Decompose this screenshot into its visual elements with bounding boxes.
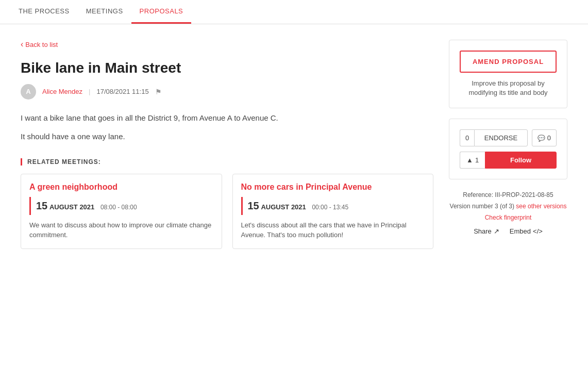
meeting-card-0: A green neighborhood 15 AUGUST 2021 08:0… [21,174,222,249]
related-meetings-label: RELATED MEETINGS: [21,158,433,165]
reference-section: Reference: III-PROP-2021-08-85 Version n… [449,190,567,237]
comment-count-value: 0 [547,134,551,142]
meeting-card-1: No more cars in Principal Avenue 15 AUGU… [232,174,434,249]
share-icon: ↗ [494,225,499,237]
meeting-title-0: A green neighborhood [29,183,213,192]
proposal-meta: A Alice Mendez | 17/08/2021 11:15 ⚑ [21,84,433,100]
share-label: Share [474,225,492,237]
amend-description: Improve this proposal by modifying its t… [460,79,557,97]
meeting-time-0: 08:00 - 08:00 [100,204,137,211]
sidebar: AMEND PROPOSAL Improve this proposal by … [449,40,567,249]
amend-card: AMEND PROPOSAL Improve this proposal by … [449,40,567,108]
nav-item-proposals[interactable]: PROPOSALS [131,0,192,24]
see-other-versions-link[interactable]: see other versions [516,203,566,210]
nav-item-the-process[interactable]: THE PROCESS [10,0,78,24]
vote-row: 0 ENDORSE 0 [460,129,557,146]
endorse-follow-card: 0 ENDORSE 0 ▲ 1 Follow [449,119,567,179]
back-link-label: Back to list [25,41,58,48]
endorse-count-value: 0 [465,134,469,142]
author-link[interactable]: Alice Mendez [42,88,82,95]
version-number: Version number 3 [450,203,500,210]
comment-count-button[interactable]: 0 [532,129,557,146]
meeting-desc-1: Let's discuss about all the cars that we… [241,220,425,240]
follow-count-button[interactable]: ▲ 1 [460,152,485,169]
endorse-group: 0 ENDORSE [460,129,528,146]
share-embed-row: Share ↗ Embed </> [449,225,567,237]
body-paragraph-2: It should have a one way lane. [21,130,433,143]
endorse-count-button[interactable]: 0 [460,129,474,146]
follow-icon: ▲ [466,156,473,164]
proposal-title: Bike lane in Main street [21,59,433,77]
amend-proposal-button[interactable]: AMEND PROPOSAL [460,51,557,73]
back-to-list-link[interactable]: Back to list [21,40,58,49]
meeting-month-year-1: AUGUST 2021 [261,203,306,211]
embed-link[interactable]: Embed </> [510,225,543,237]
meetings-grid: A green neighborhood 15 AUGUST 2021 08:0… [21,174,433,249]
meeting-day-0: 15 [36,200,47,211]
related-meetings-section: RELATED MEETINGS: A green neighborhood 1… [21,158,433,249]
comment-icon [537,134,545,142]
avatar: A [21,84,36,100]
main-column: Back to list Bike lane in Main street A … [21,40,433,249]
reference-text: Reference: III-PROP-2021-08-85 [449,190,567,201]
flag-icon: ⚑ [155,88,162,96]
meeting-day-1: 15 [248,200,259,211]
proposal-body: I want a bike lane that goes in all the … [21,112,433,143]
meeting-date-bar-0: 15 AUGUST 2021 08:00 - 08:00 [29,197,213,215]
meeting-desc-0: We want to discuss about how to improve … [29,220,213,240]
meeting-date-bar-1: 15 AUGUST 2021 00:00 - 13:45 [241,197,425,215]
embed-icon: </> [533,225,543,237]
follow-button[interactable]: Follow [485,152,557,169]
proposal-date: 17/08/2021 11:15 [96,88,148,95]
chevron-left-icon [21,40,23,49]
meeting-time-1: 00:00 - 13:45 [312,204,348,211]
body-paragraph-1: I want a bike lane that goes in all the … [21,112,433,124]
version-of: (of 3) [500,203,516,210]
nav-item-meetings[interactable]: MEETINGS [78,0,131,24]
follow-count-value: 1 [475,156,479,164]
embed-label: Embed [510,225,531,237]
meeting-month-year-0: AUGUST 2021 [49,203,94,211]
share-link[interactable]: Share ↗ [474,225,499,237]
version-row: Version number 3 (of 3) see other versio… [449,201,567,212]
top-nav: THE PROCESSMEETINGSPROPOSALS [0,0,588,24]
meeting-title-1: No more cars in Principal Avenue [241,183,425,192]
endorse-button[interactable]: ENDORSE [474,129,528,146]
follow-row: ▲ 1 Follow [460,152,557,169]
check-fingerprint-link[interactable]: Check fingerprint [449,212,567,224]
